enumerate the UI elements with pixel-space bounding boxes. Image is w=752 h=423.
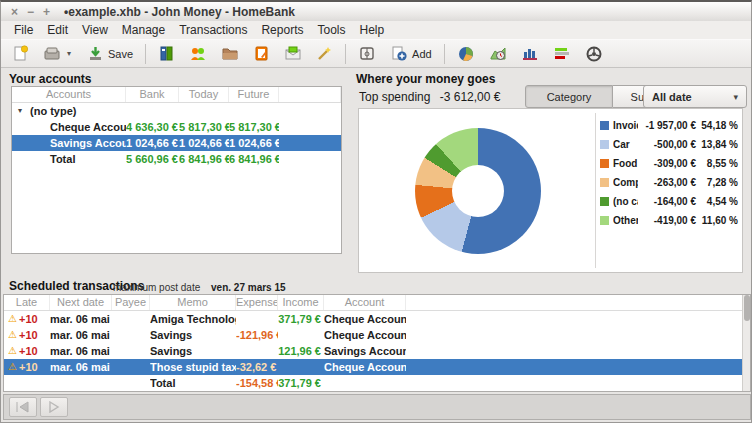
next-date-col-header[interactable]: Next date: [50, 295, 112, 310]
payee: [112, 359, 150, 375]
open-file-button[interactable]: ▾: [37, 41, 79, 66]
close-icon[interactable]: ×: [11, 6, 18, 18]
expense-col-header[interactable]: Expense: [236, 295, 278, 310]
clipboard-icon: [253, 45, 270, 62]
assign-button[interactable]: [310, 41, 339, 66]
memo: Savings: [150, 327, 236, 343]
legend-label: Invoices: [613, 120, 638, 131]
spending-panel-title: Where your money goes: [356, 72, 495, 86]
expense: [236, 311, 278, 327]
menu-tools[interactable]: Tools: [310, 21, 352, 39]
future-col-header[interactable]: Future: [229, 87, 279, 102]
vehicle-cost-button[interactable]: [579, 41, 609, 66]
legend-swatch: [600, 216, 609, 225]
account-group-label: (no type): [30, 105, 76, 117]
accounts-button[interactable]: [152, 41, 181, 66]
report-book-icon: [358, 45, 376, 62]
account: Cheque Account: [324, 311, 406, 327]
bank-col-header[interactable]: Bank: [126, 87, 179, 102]
scheduled-row[interactable]: ⚠+10 mar. 06 mai 03 Savings -121,96 € Ch…: [4, 327, 750, 343]
today-col-header[interactable]: Today: [179, 87, 229, 102]
legend-percent: 13,84 %: [696, 139, 738, 150]
next-date: mar. 06 mai 03: [50, 311, 112, 327]
window-title: •example.xhb - John Money - HomeBank: [64, 5, 295, 19]
menu-file[interactable]: File: [7, 21, 40, 39]
menu-transactions[interactable]: Transactions: [172, 21, 254, 39]
new-file-button[interactable]: [6, 41, 35, 66]
save-button[interactable]: Save: [81, 41, 139, 66]
legend-label: Food: [613, 158, 638, 169]
payee-col-header[interactable]: Payee: [112, 295, 150, 310]
accounts-col-header[interactable]: Accounts: [12, 87, 126, 102]
payees-button[interactable]: [183, 41, 213, 66]
scheduled-row-selected[interactable]: ⚠+10 mar. 06 mai 03 Those stupid taxes -…: [4, 359, 750, 375]
scrollbar-thumb[interactable]: [744, 295, 750, 321]
account-group-row[interactable]: ▾(no type): [12, 103, 341, 119]
legend-amount: -263,00 €: [638, 177, 696, 188]
legend-percent: 4,54 %: [696, 196, 738, 207]
budget-mail-button[interactable]: [278, 41, 308, 66]
scheduled-row[interactable]: ⚠+10 mar. 06 mai 03 Savings 121,96 € Sav…: [4, 343, 750, 359]
account-col-header[interactable]: Account: [324, 295, 406, 310]
vertical-scrollbar[interactable]: [742, 295, 750, 391]
toolbar-separator: [345, 44, 346, 64]
category-button[interactable]: Category: [525, 85, 613, 108]
top-spending: Top spending -3 612,00 €: [359, 90, 500, 104]
payee: [112, 311, 150, 327]
menu-reports[interactable]: Reports: [254, 21, 310, 39]
income-col-header[interactable]: Income: [278, 295, 324, 310]
save-label: Save: [108, 48, 133, 60]
late-col-header[interactable]: Late: [4, 295, 50, 310]
categories-button[interactable]: [215, 41, 245, 66]
account-name: Cheque Account: [12, 119, 126, 135]
add-transaction-button[interactable]: Add: [384, 41, 438, 66]
budget-report-button[interactable]: [547, 41, 577, 66]
menubar: File Edit View Manage Transactions Repor…: [1, 21, 751, 39]
save-icon: [87, 45, 104, 62]
account: Savings Account: [324, 343, 406, 359]
menu-manage[interactable]: Manage: [115, 21, 172, 39]
next-date: mar. 06 mai 03: [50, 327, 112, 343]
accounts-panel-title: Your accounts: [9, 72, 91, 86]
maximize-icon[interactable]: +: [43, 6, 50, 18]
warning-icon: ⚠: [8, 314, 17, 324]
menu-help[interactable]: Help: [353, 21, 392, 39]
scheduled-row[interactable]: ⚠+10 mar. 06 mai 03 Amiga Technologies 3…: [4, 311, 750, 327]
titlebar: × − + •example.xhb - John Money - HomeBa…: [1, 2, 751, 21]
expander-icon[interactable]: ▾: [18, 103, 22, 119]
scheduled-table: Late Next date Payee Memo Expense Income…: [3, 294, 751, 392]
toolbar-separator: [145, 44, 146, 64]
accounts-header-row: Accounts Bank Today Future: [12, 87, 341, 103]
skip-scheduled-button[interactable]: [9, 397, 37, 417]
legend-percent: 54,18 %: [696, 120, 738, 131]
legend-swatch: [600, 178, 609, 187]
total-today: 6 841,96 €: [179, 151, 229, 167]
statistics-pie-button[interactable]: [451, 41, 481, 66]
date-filter-dropdown[interactable]: All date ▾: [643, 85, 747, 108]
memo: Amiga Technologies: [150, 311, 236, 327]
total-income: 371,79 €: [278, 375, 324, 391]
donut-chart: [415, 128, 541, 254]
trend-time-button[interactable]: [483, 41, 513, 66]
open-recent-dropdown-icon[interactable]: ▾: [65, 47, 73, 60]
payee: [112, 343, 150, 359]
max-post-date-value: ven. 27 mars 15: [211, 282, 286, 293]
account-row[interactable]: Cheque Account 4 636,30 € 5 817,30 € 5 8…: [12, 119, 341, 135]
archive-button[interactable]: [247, 41, 276, 66]
menu-edit[interactable]: Edit: [40, 21, 75, 39]
accounts-total-row: Total 5 660,96 € 6 841,96 € 6 841,96 €: [12, 151, 341, 167]
account-row-selected[interactable]: Savings Account 1 024,66 € 1 024,66 € 1 …: [12, 135, 341, 151]
legend-percent: 11,60 %: [696, 215, 738, 226]
account-today: 1 024,66 €: [179, 135, 229, 151]
legend-percent: 8,55 %: [696, 158, 738, 169]
menu-view[interactable]: View: [75, 21, 115, 39]
minimize-icon[interactable]: −: [27, 6, 34, 18]
legend-label: (no category): [613, 196, 638, 207]
post-scheduled-button[interactable]: [40, 397, 68, 417]
statistics-bar-button[interactable]: [515, 41, 545, 66]
late-count: +10: [19, 359, 38, 375]
memo: Savings: [150, 343, 236, 359]
chart-legend: Invoices -1 957,00 € 54,18 % Car -500,00…: [600, 116, 738, 230]
memo-col-header[interactable]: Memo: [150, 295, 236, 310]
report-button[interactable]: [352, 41, 382, 66]
